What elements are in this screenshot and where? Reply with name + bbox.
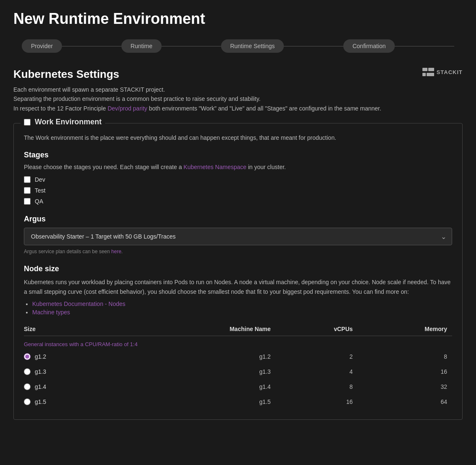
stage-dev-label: Dev <box>35 176 45 183</box>
stage-qa-checkbox[interactable] <box>24 198 31 205</box>
table-cell-memory-g1-5: 64 <box>358 394 452 409</box>
table-category-label: General instances with a CPU/RAM-ratio o… <box>24 336 452 349</box>
node-link-kubernetes: Kubernetes Documentation - Nodes <box>32 301 452 307</box>
table-header-row: Size Machine Name vCPUs Memory <box>24 322 452 336</box>
argus-here-link[interactable]: here <box>111 249 121 254</box>
section-title: Kubernetes Settings <box>13 68 119 81</box>
size-label-g1-4: g1.4 <box>35 383 46 390</box>
table-cell-vcpus-g1-3: 4 <box>276 364 358 379</box>
work-env-legend: Work Environment <box>21 118 105 126</box>
stage-test: Test <box>24 187 452 194</box>
svg-rect-3 <box>427 73 434 76</box>
node-size-title: Node size <box>24 265 452 273</box>
table-cell-machine-g1-4: g1.4 <box>118 379 276 394</box>
radio-g1-2[interactable] <box>24 353 31 360</box>
kubernetes-description: Each environment will spawn a separate S… <box>13 85 463 113</box>
dev-prod-parity-link[interactable]: Dev/prod parity <box>108 105 147 112</box>
table-cell-memory-g1-2: 8 <box>358 349 452 364</box>
stage-dev: Dev <box>24 176 452 183</box>
stepper: Provider Runtime Runtime Settings Confir… <box>13 39 463 53</box>
step-runtime-settings: Runtime Settings <box>221 39 284 53</box>
description-line1: Each environment will spawn a separate S… <box>13 85 463 94</box>
kubernetes-docs-link[interactable]: Kubernetes Documentation - Nodes <box>32 301 126 307</box>
col-header-vcpus: vCPUs <box>276 322 358 336</box>
table-category-row: General instances with a CPU/RAM-ratio o… <box>24 336 452 349</box>
step-runtime-settings-label: Runtime Settings <box>221 39 284 53</box>
col-header-memory: Memory <box>358 322 452 336</box>
table-row-g1-5: g1.5 g1.5 16 64 <box>24 394 452 409</box>
stackit-logo-icon <box>422 68 434 76</box>
size-label-g1-2: g1.2 <box>35 353 46 360</box>
step-runtime-label: Runtime <box>121 39 162 53</box>
node-size-description: Kubernetes runs your workload by placing… <box>24 277 452 296</box>
node-link-machine-types: Machine types <box>32 309 452 316</box>
description-line3-prefix: In respect to the 12 Factor Principle <box>13 105 108 112</box>
machine-types-link[interactable]: Machine types <box>32 309 70 316</box>
stages-title: Stages <box>24 151 452 159</box>
node-size-table: Size Machine Name vCPUs Memory General i… <box>24 322 452 409</box>
table-cell-vcpus-g1-5: 16 <box>276 394 358 409</box>
table-row-g1-3: g1.3 g1.3 4 16 <box>24 364 452 379</box>
kubernetes-namespace-link[interactable]: Kubernetes Namespace <box>183 164 246 170</box>
size-label-g1-3: g1.3 <box>35 368 46 375</box>
step-provider-label: Provider <box>22 39 62 53</box>
stage-qa: QA <box>24 198 452 205</box>
description-line3-suffix: both environments "Work" and "Live" and … <box>147 105 381 112</box>
table-cell-size-g1-5: g1.5 <box>24 394 118 409</box>
table-cell-vcpus-g1-4: 8 <box>276 379 358 394</box>
table-cell-memory-g1-4: 32 <box>358 379 452 394</box>
step-confirmation-label: Confirmation <box>343 39 395 53</box>
argus-section: Argus Observability Starter – 1 Target w… <box>24 215 452 254</box>
table-cell-size-g1-3: g1.3 <box>24 364 118 379</box>
work-environment-card: Work Environment The Work environment is… <box>13 123 463 420</box>
description-line3: In respect to the 12 Factor Principle De… <box>13 104 463 113</box>
table-cell-memory-g1-3: 16 <box>358 364 452 379</box>
argus-note: Argus service plan details can be seen h… <box>24 249 452 254</box>
work-env-legend-label: Work Environment <box>35 118 102 126</box>
stage-test-label: Test <box>35 187 46 194</box>
svg-rect-2 <box>422 73 426 76</box>
section-header: Kubernetes Settings STACKIT <box>13 68 463 81</box>
svg-rect-0 <box>422 68 427 71</box>
step-line-2 <box>162 46 221 46</box>
step-provider: Provider <box>22 39 62 53</box>
node-size-section: Node size Kubernetes runs your workload … <box>24 265 452 409</box>
size-label-g1-5: g1.5 <box>35 398 46 405</box>
stages-section: Stages Please choose the stages you need… <box>24 151 452 205</box>
table-cell-machine-g1-2: g1.2 <box>118 349 276 364</box>
step-line-1 <box>62 46 121 46</box>
col-header-size: Size <box>24 322 118 336</box>
col-header-machine-name: Machine Name <box>118 322 276 336</box>
stage-dev-checkbox[interactable] <box>24 176 31 183</box>
step-line-3 <box>284 46 343 46</box>
description-line2: Separating the production environment is… <box>13 94 463 103</box>
table-row-g1-4: g1.4 g1.4 8 32 <box>24 379 452 394</box>
svg-rect-1 <box>428 68 434 71</box>
table-cell-machine-g1-5: g1.5 <box>118 394 276 409</box>
work-env-checkbox[interactable] <box>24 119 31 126</box>
stages-description: Please choose the stages you need. Each … <box>24 164 452 170</box>
node-links: Kubernetes Documentation - Nodes Machine… <box>24 301 452 316</box>
stage-test-checkbox[interactable] <box>24 187 31 194</box>
step-confirmation: Confirmation <box>343 39 395 53</box>
stackit-logo-text: STACKIT <box>437 69 463 75</box>
radio-g1-3[interactable] <box>24 368 31 375</box>
table-cell-vcpus-g1-2: 2 <box>276 349 358 364</box>
table-cell-size-g1-2: g1.2 <box>24 349 118 364</box>
work-env-description: The Work environment is the place were e… <box>24 134 452 142</box>
table-row-g1-2: g1.2 g1.2 2 8 <box>24 349 452 364</box>
table-cell-machine-g1-3: g1.3 <box>118 364 276 379</box>
argus-select-wrapper: Observability Starter – 1 Target with 50… <box>24 228 452 245</box>
step-runtime: Runtime <box>121 39 162 53</box>
radio-g1-4[interactable] <box>24 383 31 390</box>
argus-select[interactable]: Observability Starter – 1 Target with 50… <box>24 228 452 245</box>
stackit-logo: STACKIT <box>422 68 463 76</box>
table-cell-size-g1-4: g1.4 <box>24 379 118 394</box>
stage-qa-label: QA <box>35 198 43 205</box>
page-title: New Runtime Environment <box>13 10 463 28</box>
step-line-4 <box>395 46 454 46</box>
argus-title: Argus <box>24 215 452 224</box>
radio-g1-5[interactable] <box>24 398 31 405</box>
